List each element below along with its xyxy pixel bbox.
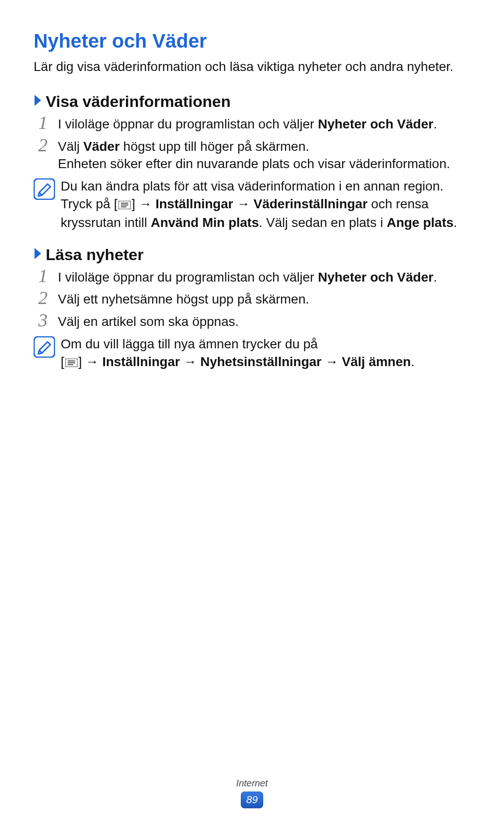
text-segment: Om du vill lägga till nya ämnen trycker … xyxy=(61,337,318,351)
text-segment: I viloläge öppnar du programlistan och v… xyxy=(58,117,318,131)
svg-marker-0 xyxy=(35,95,41,106)
list-item: 1 I viloläge öppnar du programlistan och… xyxy=(34,267,470,286)
svg-rect-8 xyxy=(34,337,55,357)
text-bold: Nyhetsinställningar xyxy=(200,354,322,369)
text-segment: . Välj sedan en plats i xyxy=(259,215,387,230)
text-segment: . xyxy=(434,117,437,131)
menu-icon xyxy=(119,196,131,214)
step-list-weather: 1 I viloläge öppnar du programlistan och… xyxy=(34,113,470,173)
step-extra-text: Enheten söker efter din nuvarande plats … xyxy=(58,155,450,173)
step-number: 1 xyxy=(34,113,52,132)
text-bold: Välj ämnen xyxy=(342,354,411,369)
menu-icon xyxy=(65,354,77,372)
text-bold: Väderinställningar xyxy=(253,197,367,211)
text-segment: ] → xyxy=(78,354,102,369)
note-block-weather: Du kan ändra plats för att visa väderinf… xyxy=(34,177,470,231)
step-body: Välj en artikel som ska öppnas. xyxy=(58,311,239,331)
text-segment: ] → xyxy=(132,197,155,211)
text-segment: högst upp till höger på skärmen. xyxy=(119,139,309,154)
section-heading-text: Visa väderinformationen xyxy=(46,92,231,111)
text-segment: . xyxy=(411,354,414,369)
chevron-right-icon xyxy=(34,247,42,260)
svg-rect-1 xyxy=(34,179,55,199)
page-footer: Internet 89 xyxy=(0,778,504,808)
step-body: I viloläge öppnar du programlistan och v… xyxy=(58,113,437,133)
list-item: 3 Välj en artikel som ska öppnas. xyxy=(34,311,470,331)
text-segment: → xyxy=(322,354,342,369)
text-segment: . xyxy=(454,215,457,230)
note-body: Om du vill lägga till nya ämnen trycker … xyxy=(61,335,414,372)
step-list-news: 1 I viloläge öppnar du programlistan och… xyxy=(34,267,470,331)
text-bold: Använd Min plats xyxy=(151,215,259,230)
text-segment: Välj xyxy=(58,139,83,154)
step-body: Välj Väder högst upp till höger på skärm… xyxy=(58,136,450,173)
text-bold: Nyheter och Väder xyxy=(318,270,433,284)
text-segment: → xyxy=(233,197,254,211)
step-number: 2 xyxy=(34,136,52,155)
text-segment: → xyxy=(180,354,201,369)
text-bold: Väder xyxy=(83,139,119,154)
list-item: 1 I viloläge öppnar du programlistan och… xyxy=(34,113,470,133)
footer-category: Internet xyxy=(0,778,504,789)
list-item: 2 Välj ett nyhetsämne högst upp på skärm… xyxy=(34,289,470,308)
step-number: 2 xyxy=(34,289,52,307)
note-icon xyxy=(34,178,55,202)
chevron-right-icon xyxy=(34,94,42,107)
text-segment: [ xyxy=(61,354,64,369)
text-bold: Ange plats xyxy=(387,215,454,230)
section-heading-weather: Visa väderinformationen xyxy=(34,92,470,111)
page-number-badge: 89 xyxy=(241,792,263,808)
text-bold: Inställningar xyxy=(155,197,233,211)
note-body: Du kan ändra plats för att visa väderinf… xyxy=(61,177,470,231)
note-icon xyxy=(34,336,55,360)
step-number: 3 xyxy=(34,311,52,330)
step-body: Välj ett nyhetsämne högst upp på skärmen… xyxy=(58,289,309,308)
text-bold: Nyheter och Väder xyxy=(318,117,433,131)
section-heading-text: Läsa nyheter xyxy=(46,246,144,264)
page-title: Nyheter och Väder xyxy=(34,30,470,52)
document-page: Nyheter och Väder Lär dig visa väderinfo… xyxy=(0,0,504,827)
step-number: 1 xyxy=(34,267,52,285)
intro-text: Lär dig visa väderinformation och läsa v… xyxy=(34,58,470,76)
section-heading-news: Läsa nyheter xyxy=(34,246,470,264)
text-segment: I viloläge öppnar du programlistan och v… xyxy=(58,270,318,284)
text-bold: Inställningar xyxy=(102,354,180,369)
note-block-news: Om du vill lägga till nya ämnen trycker … xyxy=(34,335,470,372)
list-item: 2 Välj Väder högst upp till höger på skä… xyxy=(34,136,470,173)
step-body: I viloläge öppnar du programlistan och v… xyxy=(58,267,437,286)
svg-marker-7 xyxy=(35,248,41,259)
text-segment: . xyxy=(434,270,437,284)
